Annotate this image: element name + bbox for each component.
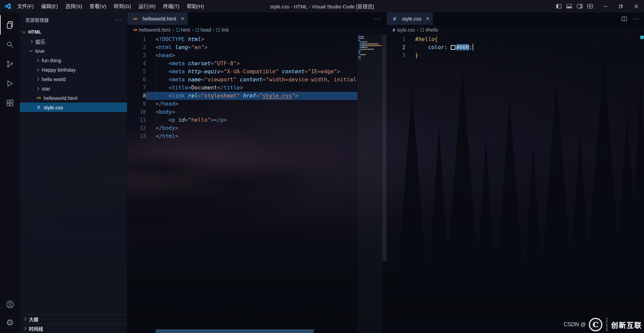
tree-item-hello-world[interactable]: hello world <box>20 74 127 84</box>
line-number: 7 <box>127 84 146 92</box>
search-activity-button[interactable] <box>0 35 20 54</box>
breadcrumb-separator-icon: › <box>192 27 194 33</box>
run-debug-icon <box>6 79 14 88</box>
section-header-html[interactable]: HTML <box>20 27 127 37</box>
line-content: </html> <box>146 132 357 140</box>
sidebar-section-大纲[interactable]: 大纲 <box>20 314 127 324</box>
tab-helloworld-html[interactable]: <> helloworld.html × <box>127 12 188 25</box>
chevron-right-icon <box>30 40 33 43</box>
source-control-activity-button[interactable] <box>0 54 20 74</box>
code-line-3[interactable]: 3} <box>387 51 644 60</box>
tree-item-love[interactable]: love <box>20 46 127 56</box>
tree-item--[interactable]: 娱乐 <box>20 37 127 46</box>
code-editor-style[interactable]: 1#hello{2 color: #000;3} <box>387 35 644 333</box>
tree-item-label: helloworld.html <box>44 95 77 101</box>
activity-bar: ⚙ <box>0 12 20 333</box>
tree-item-label: style.css <box>44 105 63 110</box>
close-tab-icon[interactable]: × <box>426 15 430 22</box>
tree-item-helloworld-html[interactable]: <>helloworld.html <box>20 93 127 103</box>
section-label: 时间线 <box>29 325 43 332</box>
settings-button[interactable]: ⚙ <box>0 313 20 332</box>
menu-item[interactable]: 编辑(E) <box>37 0 62 12</box>
run-debug-activity-button[interactable] <box>0 74 20 93</box>
sidebar-bottom-sections: 大纲时间线 <box>20 314 127 333</box>
breadcrumb-item[interactable]: #hello <box>420 27 438 33</box>
code-line-5[interactable]: 5 <meta http-equiv="X-UA-Compatible" con… <box>127 68 387 76</box>
chevron-right-icon <box>36 87 39 90</box>
menu-item[interactable]: 转到(G) <box>110 0 135 12</box>
chevron-down-icon <box>23 30 26 33</box>
menu-item[interactable]: 运行(R) <box>135 0 159 12</box>
toggle-panel-icon[interactable] <box>566 4 572 9</box>
chevron-right-icon <box>36 68 39 71</box>
horizontal-scrollbar[interactable] <box>156 329 314 333</box>
explorer-activity-button[interactable] <box>0 15 20 35</box>
breadcrumb-item[interactable]: <>helloworld.html <box>133 27 170 33</box>
code-editor-helloworld[interactable]: 1<!DOCTYPE html>2<html lang="en">3<head>… <box>127 35 387 333</box>
close-icon <box>634 4 638 8</box>
minimap[interactable] <box>357 35 382 333</box>
code-line-12[interactable]: 12</body> <box>127 124 387 132</box>
tree-item-star[interactable]: star <box>20 84 127 93</box>
code-line-1[interactable]: 1#hello{ <box>387 35 644 43</box>
tree-item-fun-thing[interactable]: fun thing <box>20 56 127 65</box>
tab-label: style.css <box>402 16 421 22</box>
menu-item[interactable]: 查看(V) <box>86 0 110 12</box>
close-tab-icon[interactable]: × <box>181 15 184 22</box>
menu-item[interactable]: 帮助(H) <box>183 0 208 12</box>
code-area-2[interactable]: 1#hello{2 color: #000;3} <box>387 35 644 333</box>
code-area-1[interactable]: 1<!DOCTYPE html>2<html lang="en">3<head>… <box>127 35 387 333</box>
menu-item[interactable]: 选择(S) <box>62 0 86 12</box>
more-actions-icon[interactable]: ··· <box>375 15 381 22</box>
code-line-8[interactable]: 8 <link rel="stylesheet" href="style.css… <box>127 92 387 100</box>
line-content: <html lang="en"> <box>146 43 357 51</box>
tab-bar-2: # style.css × ··· <box>387 12 644 25</box>
account-button[interactable] <box>0 295 20 313</box>
code-line-4[interactable]: 4 <meta charset="UTF-8"> <box>127 60 387 68</box>
code-line-11[interactable]: 11 <p id="hello"></p> <box>127 116 387 124</box>
sidebar-section-时间线[interactable]: 时间线 <box>20 324 127 333</box>
code-line-2[interactable]: 2 color: #000; <box>387 43 644 51</box>
files-icon <box>6 21 14 29</box>
code-line-6[interactable]: 6 <meta name="viewport" content="width=d… <box>127 76 387 84</box>
extensions-activity-button[interactable] <box>0 93 20 113</box>
code-line-7[interactable]: 7 <title>Document</title> <box>127 84 387 92</box>
breadcrumb-item[interactable]: html <box>176 27 190 33</box>
sidebar-more-actions-icon[interactable]: ··· <box>115 16 122 23</box>
color-swatch[interactable] <box>451 45 455 50</box>
split-editor-icon[interactable] <box>621 16 627 21</box>
tree-item-style-css[interactable]: #style.css <box>20 103 127 112</box>
code-line-1[interactable]: 1<!DOCTYPE html> <box>127 35 387 43</box>
minimap-line <box>358 36 381 37</box>
restore-button[interactable] <box>613 0 629 12</box>
overview-ruler-mark <box>640 36 644 39</box>
restore-icon <box>619 4 623 8</box>
code-line-2[interactable]: 2<html lang="en"> <box>127 43 387 51</box>
menu-item[interactable]: 终端(T) <box>159 0 183 12</box>
indent-guide <box>156 60 156 100</box>
menu-item[interactable]: 文件(F) <box>13 0 37 12</box>
breadcrumb-item[interactable]: link <box>216 27 229 33</box>
code-line-10[interactable]: 10<body> <box>127 108 387 116</box>
breadcrumb-item[interactable]: #style.css <box>393 27 415 33</box>
vertical-scrollbar[interactable] <box>382 35 387 261</box>
tree-item-label: 娱乐 <box>35 38 45 45</box>
minimize-icon <box>603 4 607 8</box>
watermark: CSDN @ C CHUANGXINHULIAN 创新互联 <box>564 318 642 331</box>
toggle-sidebar-icon[interactable] <box>556 4 562 9</box>
customize-layout-icon[interactable] <box>587 4 593 9</box>
breadcrumb-item[interactable]: head <box>196 27 211 33</box>
line-number: 5 <box>127 68 146 76</box>
code-line-9[interactable]: 9</head> <box>127 100 387 108</box>
code-line-3[interactable]: 3<head> <box>127 51 387 60</box>
css-file-icon: # <box>35 105 42 110</box>
code-line-13[interactable]: 13</html> <box>127 132 387 140</box>
more-actions-icon[interactable]: ··· <box>632 15 639 22</box>
minimize-button[interactable] <box>598 0 613 12</box>
tree-item-happy-birthday[interactable]: Happy birthday <box>20 65 127 74</box>
toggle-secondary-sidebar-icon[interactable] <box>577 4 582 9</box>
close-window-button[interactable] <box>629 0 644 12</box>
chevron-right-icon <box>23 327 27 330</box>
tab-style-css[interactable]: # style.css × <box>387 12 433 25</box>
logo-label: 创新互联 <box>611 320 642 330</box>
